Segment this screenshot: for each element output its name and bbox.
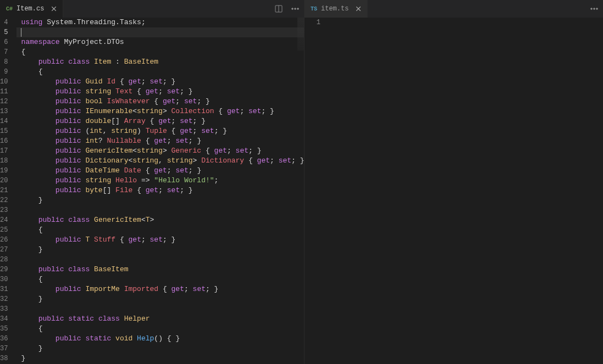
line-number: 32: [0, 294, 8, 304]
svg-point-11: [596, 8, 598, 10]
line-number: 15: [0, 126, 8, 136]
line-number: 7: [0, 47, 8, 57]
code-line[interactable]: public byte[] File { get; set; }: [16, 186, 304, 195]
line-number: 25: [0, 225, 8, 235]
line-number: 34: [0, 314, 8, 324]
code-line[interactable]: [329, 18, 603, 27]
code-line[interactable]: public T Stuff { get; set; }: [16, 235, 304, 245]
svg-point-4: [292, 8, 294, 10]
left-editor-pane: C# Item.cs 45678910111213141516171819202…: [0, 0, 305, 364]
code-line[interactable]: namespace MyProject.DTOs: [16, 37, 304, 47]
code-line[interactable]: public bool IsWhatever { get; set; }: [16, 97, 304, 107]
code-line[interactable]: [16, 205, 304, 215]
code-line[interactable]: public string Text { get; set; }: [16, 87, 304, 97]
svg-point-6: [297, 8, 299, 10]
line-number: 21: [0, 186, 8, 195]
right-code[interactable]: [329, 18, 603, 364]
code-line[interactable]: {: [16, 67, 304, 77]
svg-point-5: [295, 8, 296, 10]
line-number: 24: [0, 215, 8, 225]
line-number: 11: [0, 87, 8, 97]
code-line[interactable]: {: [16, 275, 304, 284]
line-number: 9: [0, 67, 8, 77]
line-number: 12: [0, 97, 8, 107]
code-line[interactable]: {: [16, 225, 304, 235]
code-line[interactable]: public IEnumerable<string> Collection { …: [16, 107, 304, 116]
tab-label: Item.cs: [16, 5, 44, 13]
code-line[interactable]: [16, 304, 304, 314]
line-number: 19: [0, 166, 8, 176]
line-number: 20: [0, 176, 8, 186]
code-line[interactable]: public class Item : BaseItem: [16, 57, 304, 67]
code-line[interactable]: {: [16, 47, 304, 57]
line-number: 10: [0, 77, 8, 87]
close-icon[interactable]: [49, 4, 58, 13]
code-line[interactable]: public (int, string) Tuple { get; set; }: [16, 126, 304, 136]
split-editor-icon[interactable]: [273, 3, 284, 14]
line-number: 13: [0, 107, 8, 116]
tab-label: item.ts: [321, 5, 348, 13]
code-line[interactable]: public int? Nullable { get; set; }: [16, 136, 304, 146]
code-line[interactable]: public double[] Array { get; set; }: [16, 116, 304, 126]
line-number: 18: [0, 156, 8, 166]
minimap[interactable]: [297, 18, 304, 51]
code-line[interactable]: [16, 27, 304, 37]
code-line[interactable]: public Guid Id { get; set; }: [16, 77, 304, 87]
code-line[interactable]: public class BaseItem: [16, 265, 304, 275]
line-number: 28: [0, 255, 8, 265]
right-editor[interactable]: 1: [305, 18, 603, 364]
left-code[interactable]: using System.Threading.Tasks;namespace M…: [16, 18, 304, 364]
close-icon[interactable]: [354, 4, 363, 13]
line-number: 30: [0, 275, 8, 284]
right-editor-pane: TS item.ts 1: [305, 0, 603, 364]
more-actions-icon[interactable]: [589, 3, 600, 14]
csharp-icon: C#: [5, 6, 13, 12]
code-line[interactable]: using System.Threading.Tasks;: [16, 18, 304, 27]
typescript-icon: TS: [310, 6, 318, 12]
line-number: 8: [0, 57, 8, 67]
line-number: 1: [305, 18, 320, 27]
line-number: 35: [0, 324, 8, 334]
left-tabbar: C# Item.cs: [0, 0, 304, 18]
code-line[interactable]: public DateTime Date { get; set; }: [16, 166, 304, 176]
code-line[interactable]: public class GenericItem<T>: [16, 215, 304, 225]
text-cursor: [21, 28, 21, 37]
left-gutter: 4567891011121314151617181920212223242526…: [0, 18, 16, 364]
line-number: 5: [0, 27, 8, 37]
right-tabbar: TS item.ts: [305, 0, 603, 18]
code-line[interactable]: }: [16, 354, 304, 363]
code-line[interactable]: }: [16, 294, 304, 304]
tab-item-cs[interactable]: C# Item.cs: [0, 0, 63, 18]
right-tabbar-actions: [589, 0, 600, 18]
code-line[interactable]: public string Hello => "Hello World!";: [16, 176, 304, 186]
line-number: 17: [0, 146, 8, 156]
code-line[interactable]: [16, 255, 304, 265]
line-number: 26: [0, 235, 8, 245]
code-line[interactable]: public static class Helper: [16, 314, 304, 324]
svg-point-10: [594, 8, 595, 10]
code-line[interactable]: }: [16, 245, 304, 255]
code-line[interactable]: public Dictionary<string, string> Dictio…: [16, 156, 304, 166]
code-line[interactable]: public ImportMe Imported { get; set; }: [16, 284, 304, 294]
code-line[interactable]: public GenericItem<string> Generic { get…: [16, 146, 304, 156]
line-number: 4: [0, 18, 8, 27]
left-tabbar-actions: [273, 0, 301, 18]
line-number: 29: [0, 265, 8, 275]
line-number: 37: [0, 344, 8, 354]
line-number: 16: [0, 136, 8, 146]
line-number: 36: [0, 334, 8, 344]
line-number: 22: [0, 195, 8, 205]
code-line[interactable]: }: [16, 195, 304, 205]
line-number: 23: [0, 205, 8, 215]
code-line[interactable]: public static void Help() { }: [16, 334, 304, 344]
tab-item-ts[interactable]: TS item.ts: [305, 0, 368, 18]
code-line[interactable]: }: [16, 344, 304, 354]
left-editor[interactable]: 4567891011121314151617181920212223242526…: [0, 18, 304, 364]
more-actions-icon[interactable]: [290, 3, 301, 14]
line-number: 27: [0, 245, 8, 255]
svg-point-9: [591, 8, 593, 10]
code-line[interactable]: {: [16, 324, 304, 334]
line-number: 14: [0, 116, 8, 126]
line-number: 33: [0, 304, 8, 314]
line-number: 6: [0, 37, 8, 47]
